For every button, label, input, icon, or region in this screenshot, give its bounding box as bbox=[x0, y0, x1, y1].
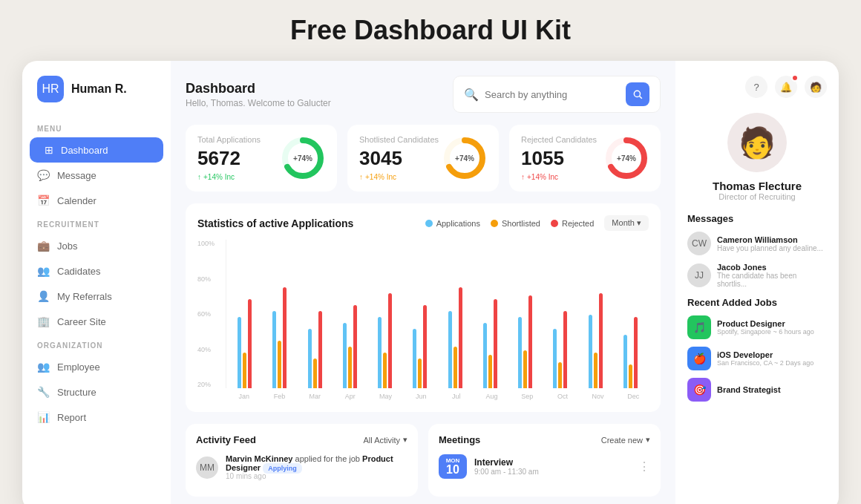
activity-avatar: MM bbox=[196, 456, 218, 479]
search-button[interactable] bbox=[626, 82, 649, 106]
stat-label: Shotlisted Candidates bbox=[359, 135, 439, 144]
donut-label: +74% bbox=[455, 154, 474, 163]
career-icon: 🏢 bbox=[37, 315, 50, 327]
bar-applications bbox=[589, 315, 592, 388]
right-panel: ? 🔔 🧑 🧑 Thomas Flecture Director of Recr… bbox=[675, 61, 839, 504]
activity-filter[interactable]: All Activity ▾ bbox=[363, 435, 407, 445]
meetings-section: Meetings Create new ▾ MON 10 Interview 9… bbox=[428, 424, 661, 497]
bar-rejected bbox=[248, 299, 252, 388]
sidebar-item-label: Calender bbox=[57, 195, 96, 206]
msg-avatar: CW bbox=[687, 232, 711, 255]
chart-legend: Applications Shortlisted Rejected bbox=[425, 219, 595, 228]
sidebar-item-career-site[interactable]: 🏢 Career Site bbox=[22, 309, 171, 334]
search-bar[interactable]: 🔍 bbox=[453, 76, 661, 113]
y-label: 80% bbox=[197, 275, 226, 283]
msg-avatar: JJ bbox=[687, 264, 711, 287]
messages-section: Messages CW Cameron Williamson Have you … bbox=[687, 213, 827, 288]
create-new-button[interactable]: Create new ▾ bbox=[601, 435, 650, 445]
meeting-date: MON 10 bbox=[439, 454, 467, 479]
msg-content: Cameron Williamson Have you planned any … bbox=[717, 235, 823, 252]
sidebar-item-my-referrals[interactable]: 👤 My Referrals bbox=[22, 284, 171, 309]
bar-group bbox=[335, 305, 365, 388]
profile-avatar: 🧑 bbox=[727, 113, 787, 172]
job-item-0[interactable]: 🎵 Product Designer Spotify, Singapore ~ … bbox=[687, 315, 827, 339]
x-label: Nov bbox=[583, 393, 614, 400]
search-input[interactable] bbox=[485, 89, 620, 100]
bar-group bbox=[615, 317, 646, 388]
page-title: Free Dashboard UI Kit bbox=[290, 15, 571, 46]
bar-applications bbox=[378, 317, 382, 388]
bar-applications bbox=[272, 311, 276, 388]
meeting-info: Interview 9:00 am - 11:30 am bbox=[474, 457, 539, 476]
x-label: May bbox=[370, 393, 402, 400]
candidates-icon: 👥 bbox=[37, 265, 50, 277]
sidebar-item-calender[interactable]: 📅 Calender bbox=[22, 188, 171, 213]
sidebar-item-structure[interactable]: 🔧 Structure bbox=[22, 379, 171, 405]
applying-badge: Applying bbox=[263, 463, 302, 474]
stat-value: 5672 bbox=[197, 147, 261, 170]
bar-shortlisted bbox=[383, 353, 387, 388]
y-label: 60% bbox=[197, 310, 226, 318]
job-item-2[interactable]: 🎯 Brand Strategist bbox=[687, 378, 827, 402]
user-avatar-small[interactable]: 🧑 bbox=[805, 76, 827, 98]
stat-change: ↑ +14% Inc bbox=[359, 173, 439, 181]
job-info: Brand Strategist bbox=[717, 385, 781, 394]
activity-item: MM Marvin McKinney applied for the job P… bbox=[196, 454, 407, 480]
logo-area: HR Human R. bbox=[22, 76, 171, 117]
sidebar-item-label: Cadidates bbox=[57, 266, 101, 277]
bar-applications bbox=[483, 323, 487, 388]
x-label: Aug bbox=[477, 393, 508, 400]
notifications-button[interactable]: 🔔 bbox=[775, 76, 797, 98]
job-info: Product Designer Spotify, Singapore ~ 6 … bbox=[717, 319, 814, 336]
sidebar-item-label: Employee bbox=[57, 361, 100, 373]
bar-shortlisted bbox=[348, 347, 352, 388]
activity-title: Activity Feed bbox=[196, 434, 256, 445]
profile-name: Thomas Flecture bbox=[687, 180, 827, 192]
dashboard-title: Dashboard bbox=[186, 81, 331, 96]
sidebar-item-label: Dashboard bbox=[61, 145, 108, 156]
chart-filter[interactable]: Month ▾ bbox=[604, 215, 649, 231]
sidebar-item-message[interactable]: 💬 Message bbox=[22, 163, 171, 188]
meeting-item: MON 10 Interview 9:00 am - 11:30 am ⋮ bbox=[439, 454, 650, 479]
bar-shortlisted bbox=[243, 353, 246, 388]
help-button[interactable]: ? bbox=[745, 76, 767, 98]
sidebar-item-report[interactable]: 📊 Report bbox=[22, 405, 171, 430]
stat-donut: +74% bbox=[281, 136, 325, 180]
stat-change: ↑ +14% Inc bbox=[521, 173, 597, 181]
bar-shortlisted bbox=[558, 362, 562, 388]
job-icon-brand: 🎯 bbox=[687, 378, 711, 402]
sidebar-item-employee[interactable]: 👥 Employee bbox=[22, 354, 171, 379]
x-label: Sep bbox=[511, 393, 543, 400]
bar-chart bbox=[226, 240, 649, 388]
sidebar-item-dashboard[interactable]: ⊞ Dashboard bbox=[30, 137, 163, 163]
x-label: Oct bbox=[547, 393, 578, 400]
donut-label: +74% bbox=[617, 154, 636, 163]
sidebar-item-label: Jobs bbox=[57, 240, 77, 252]
stat-card-rejected: Rejected Candidates 1055 ↑ +14% Inc +74% bbox=[509, 125, 661, 192]
trend-icon: ↑ bbox=[521, 173, 525, 181]
bar-group bbox=[440, 287, 471, 388]
bar-shortlisted bbox=[454, 347, 457, 388]
job-item-1[interactable]: 🍎 iOS Developer San Francisco, CA ~ 2 Da… bbox=[687, 347, 827, 370]
bar-shortlisted bbox=[488, 355, 492, 388]
x-label: Dec bbox=[618, 393, 649, 400]
bar-shortlisted bbox=[629, 364, 632, 388]
bar-shortlisted bbox=[418, 359, 422, 388]
message-item-1[interactable]: JJ Jacob Jones The candidate has been sh… bbox=[687, 263, 827, 288]
message-item-0[interactable]: CW Cameron Williamson Have you planned a… bbox=[687, 232, 827, 255]
profile-role: Director of Recruiting bbox=[687, 192, 827, 201]
sidebar-item-jobs[interactable]: 💼 Jobs bbox=[22, 233, 171, 258]
job-icon-spotify: 🎵 bbox=[687, 315, 711, 339]
sidebar-item-candidates[interactable]: 👥 Cadidates bbox=[22, 258, 171, 284]
meeting-options[interactable]: ⋮ bbox=[638, 459, 650, 474]
bar-rejected bbox=[318, 311, 322, 388]
bar-shortlisted bbox=[313, 359, 317, 388]
y-label: 40% bbox=[197, 346, 226, 353]
main-content: Dashboard Hello, Thomas. Welcome to Galu… bbox=[171, 61, 675, 504]
y-label: 100% bbox=[197, 240, 226, 247]
sidebar: HR Human R. MENU ⊞ Dashboard 💬 Message 📅… bbox=[22, 61, 171, 504]
recent-jobs: Recent Added Jobs 🎵 Product Designer Spo… bbox=[687, 297, 827, 402]
structure-icon: 🔧 bbox=[37, 386, 50, 398]
menu-label: MENU bbox=[22, 117, 171, 137]
job-info: iOS Developer San Francisco, CA ~ 2 Days… bbox=[717, 350, 813, 367]
